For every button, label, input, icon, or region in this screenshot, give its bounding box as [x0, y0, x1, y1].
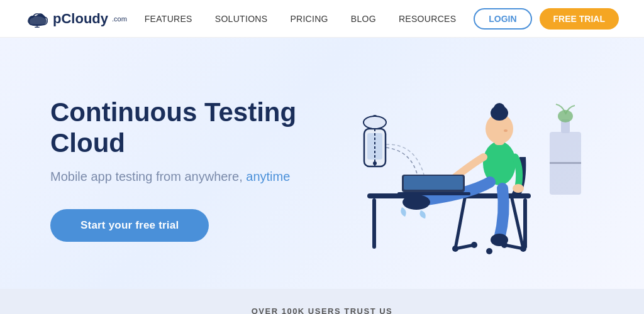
nav-item-solutions[interactable]: SOLUTIONS — [215, 13, 268, 24]
svg-point-37 — [364, 116, 386, 129]
trust-section: OVER 100K USERS TRUST US PHILIPS Capgemi… — [0, 289, 644, 314]
svg-point-14 — [452, 246, 458, 252]
nav-item-resources[interactable]: RESOURCES — [399, 13, 456, 24]
svg-point-24 — [504, 129, 508, 132]
hero-subtitle-text: Mobile app testing from anywhere, — [50, 170, 246, 183]
login-button[interactable]: LOGIN — [474, 8, 531, 30]
svg-point-18 — [486, 248, 492, 254]
svg-point-26 — [513, 184, 524, 193]
logo[interactable]: pCloudy.com — [25, 10, 127, 28]
hero-title: Continuous Testing Cloud — [50, 97, 304, 158]
svg-point-28 — [491, 234, 508, 246]
navbar: pCloudy.com FEATURES SOLUTIONS PRICING B… — [0, 0, 644, 38]
nav-item-blog[interactable]: BLOG — [351, 13, 376, 24]
hero-illustration — [304, 69, 594, 270]
start-trial-button[interactable]: Start your free trial — [50, 209, 209, 242]
svg-rect-39 — [550, 162, 581, 164]
free-trial-button[interactable]: FREE TRIAL — [540, 8, 619, 30]
nav-actions: LOGIN FREE TRIAL — [474, 8, 619, 30]
svg-rect-8 — [523, 198, 527, 249]
nav-item-pricing[interactable]: PRICING — [290, 13, 328, 24]
svg-rect-31 — [397, 192, 470, 195]
hero-section: Continuous Testing Cloud Mobile app test… — [0, 38, 644, 289]
logo-cloud-icon — [25, 10, 49, 28]
svg-rect-7 — [372, 198, 376, 249]
svg-point-23 — [494, 103, 505, 114]
svg-point-16 — [520, 246, 526, 252]
trust-title: OVER 100K USERS TRUST US — [25, 306, 619, 314]
brand-suffix: .com — [112, 15, 127, 23]
svg-line-11 — [512, 198, 523, 249]
svg-point-27 — [402, 195, 430, 210]
svg-rect-30 — [404, 176, 463, 190]
svg-point-15 — [471, 242, 477, 248]
hero-content: Continuous Testing Cloud Mobile app test… — [50, 97, 304, 242]
hero-subtitle-highlight: anytime — [246, 170, 290, 183]
nav-item-features[interactable]: FEATURES — [145, 13, 192, 24]
brand-name: pCloudy — [53, 11, 108, 27]
nav-links: FEATURES SOLUTIONS PRICING BLOG RESOURCE… — [145, 13, 457, 24]
svg-line-10 — [455, 198, 465, 249]
hero-subtitle: Mobile app testing from anywhere, anytim… — [50, 170, 304, 184]
illustration-svg — [304, 69, 594, 270]
